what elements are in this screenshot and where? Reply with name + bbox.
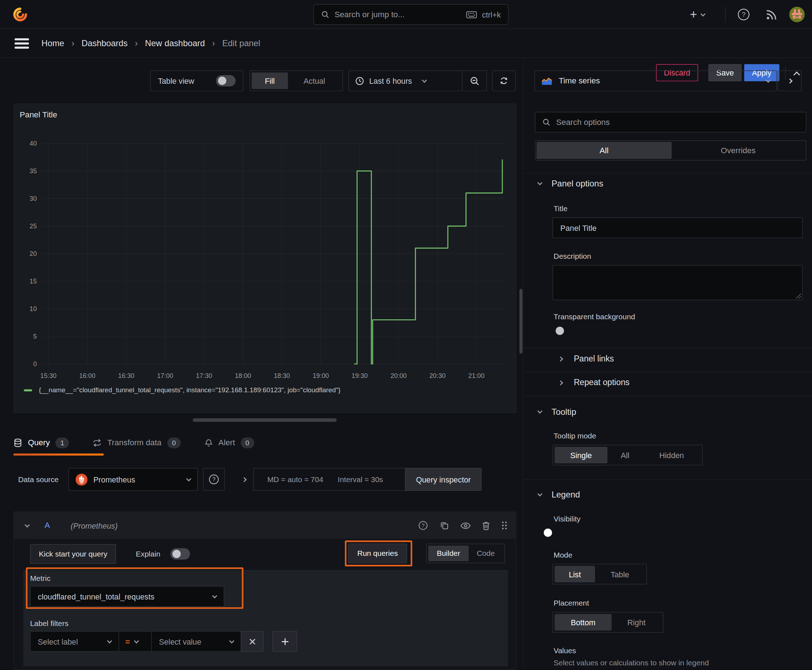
fill-actual-switch: Fill Actual xyxy=(249,71,342,91)
expand-options-icon[interactable] xyxy=(242,477,247,482)
refresh-button[interactable] xyxy=(492,71,516,91)
legend-list-option[interactable]: List xyxy=(554,566,595,582)
legend-header[interactable]: Legend xyxy=(538,490,580,499)
breadcrumb-separator: › xyxy=(71,38,75,48)
collapse-query-icon[interactable] xyxy=(25,522,30,527)
query-inspector-button[interactable]: Query inspector xyxy=(405,468,482,491)
kick-start-label: Kick start your query xyxy=(39,550,107,558)
placement-bottom-label: Bottom xyxy=(571,618,595,627)
datasource-row: Data source Prometheus ? MD = auto = 704… xyxy=(14,467,516,491)
breadcrumb-bar: Home › Dashboards › New dashboard › Edit… xyxy=(0,29,812,58)
svg-text:30: 30 xyxy=(30,195,37,202)
tab-alert[interactable]: Alert 0 xyxy=(189,437,263,448)
tooltip-header[interactable]: Tooltip xyxy=(538,407,576,416)
duplicate-query-icon[interactable] xyxy=(440,521,449,530)
query-header-row: A (Prometheus) ? xyxy=(14,512,516,539)
breadcrumb-dashboards[interactable]: Dashboards xyxy=(81,38,128,48)
drag-handle-icon[interactable] xyxy=(501,521,507,530)
chevron-down-icon xyxy=(229,638,234,643)
chart-legend[interactable]: {__name__="cloudflared_tunnel_total_requ… xyxy=(24,386,341,394)
remove-filter-button[interactable] xyxy=(241,631,264,652)
all-option[interactable]: All xyxy=(537,142,672,159)
tooltip-mode-label: Tooltip mode xyxy=(554,431,596,440)
breadcrumb: Home › Dashboards › New dashboard › Edit… xyxy=(42,29,260,58)
placement-right-label: Right xyxy=(627,618,646,627)
placement-bottom-option[interactable]: Bottom xyxy=(554,614,612,630)
legend-swatch xyxy=(24,389,32,391)
legend-table-option[interactable]: Table xyxy=(595,566,645,582)
user-avatar[interactable] xyxy=(789,7,805,22)
query-inspector-label: Query inspector xyxy=(416,475,471,484)
chevron-down-icon xyxy=(422,77,427,82)
metric-select[interactable]: cloudflared_tunnel_total_requests xyxy=(30,586,224,607)
svg-text:17:30: 17:30 xyxy=(196,372,212,379)
breadcrumb-new-dashboard[interactable]: New dashboard xyxy=(145,38,205,48)
tooltip-all-option[interactable]: All xyxy=(608,447,642,463)
delete-query-icon[interactable] xyxy=(482,521,490,530)
zoom-out-button[interactable] xyxy=(463,71,487,91)
datasource-picker[interactable]: Prometheus xyxy=(68,468,198,491)
table-view-label: Table view xyxy=(158,76,194,85)
legend-list-label: List xyxy=(569,570,581,579)
search-icon xyxy=(542,118,550,126)
datasource-name: Prometheus xyxy=(93,475,181,484)
table-view-control: Table view xyxy=(150,71,243,91)
options-search-box[interactable]: Search options xyxy=(535,112,806,132)
operator-value: = xyxy=(125,637,130,646)
breadcrumb-home[interactable]: Home xyxy=(42,38,64,48)
chevron-right-icon xyxy=(558,380,563,385)
top-nav-bar: Search or jump to... ctrl+k + ? xyxy=(0,0,812,29)
prometheus-icon xyxy=(76,474,87,485)
overrides-option[interactable]: Overrides xyxy=(672,142,805,159)
description-textarea[interactable] xyxy=(553,265,803,300)
main-scrollbar[interactable] xyxy=(519,289,523,354)
operator-dropdown[interactable]: = xyxy=(119,631,152,652)
panel-resize-handle[interactable] xyxy=(193,418,337,422)
tooltip-single-label: Single xyxy=(570,451,592,460)
run-queries-button[interactable]: Run queries xyxy=(348,544,407,563)
svg-text:20:30: 20:30 xyxy=(429,372,445,379)
builder-option[interactable]: Builder xyxy=(428,546,469,561)
help-icon[interactable]: ? xyxy=(737,8,751,22)
add-new-button[interactable]: + xyxy=(690,7,705,22)
hide-response-eye-icon[interactable] xyxy=(460,521,471,530)
svg-text:19:30: 19:30 xyxy=(352,372,368,379)
svg-text:19:00: 19:00 xyxy=(312,372,329,379)
time-range-picker[interactable]: Last 6 hours xyxy=(349,71,462,91)
kick-start-button[interactable]: Kick start your query xyxy=(30,544,116,564)
select-value-dropdown[interactable]: Select value xyxy=(151,631,241,652)
panel-title-input[interactable]: Panel Title xyxy=(553,218,803,239)
grafana-logo-icon[interactable] xyxy=(12,7,28,22)
explain-toggle[interactable] xyxy=(170,548,190,560)
tooltip-single-option[interactable]: Single xyxy=(554,447,608,463)
actual-option[interactable]: Actual xyxy=(288,73,341,89)
tooltip-hidden-option[interactable]: Hidden xyxy=(642,447,701,463)
legend-table-label: Table xyxy=(610,570,629,579)
code-option[interactable]: Code xyxy=(469,546,503,561)
global-search-box[interactable]: Search or jump to... ctrl+k xyxy=(313,4,509,25)
news-rss-icon[interactable] xyxy=(765,8,778,21)
placement-right-option[interactable]: Right xyxy=(612,614,661,630)
query-help-icon[interactable]: ? xyxy=(418,520,428,531)
time-series-chart[interactable]: 051015202530354015:3016:0016:3017:0017:3… xyxy=(14,134,516,388)
select-label-dropdown[interactable]: Select label xyxy=(30,631,119,652)
breadcrumb-edit-panel: Edit panel xyxy=(222,38,260,48)
panel-options-header[interactable]: Panel options xyxy=(538,179,603,188)
hamburger-menu-icon[interactable] xyxy=(15,38,29,49)
bell-icon xyxy=(204,438,213,447)
svg-text:?: ? xyxy=(742,11,746,18)
panel-links-header[interactable]: Panel links xyxy=(559,354,614,363)
add-filter-button[interactable] xyxy=(273,631,297,652)
fill-option[interactable]: Fill xyxy=(252,73,288,89)
query-ref-id[interactable]: A xyxy=(44,521,50,530)
svg-text:?: ? xyxy=(212,476,215,482)
panel-title[interactable]: Panel Title xyxy=(20,110,57,120)
table-view-toggle[interactable] xyxy=(216,75,236,86)
query-options-summary[interactable]: MD = auto = 704 Interval = 30s Query ins… xyxy=(253,468,480,491)
repeat-options-header[interactable]: Repeat options xyxy=(559,378,630,387)
transparent-background-label: Transparent background xyxy=(554,313,635,321)
builder-label: Builder xyxy=(437,549,460,558)
tab-query[interactable]: Query 1 xyxy=(14,437,77,448)
tab-transform-data[interactable]: Transform data 0 xyxy=(77,437,189,448)
datasource-help-button[interactable]: ? xyxy=(203,468,225,491)
